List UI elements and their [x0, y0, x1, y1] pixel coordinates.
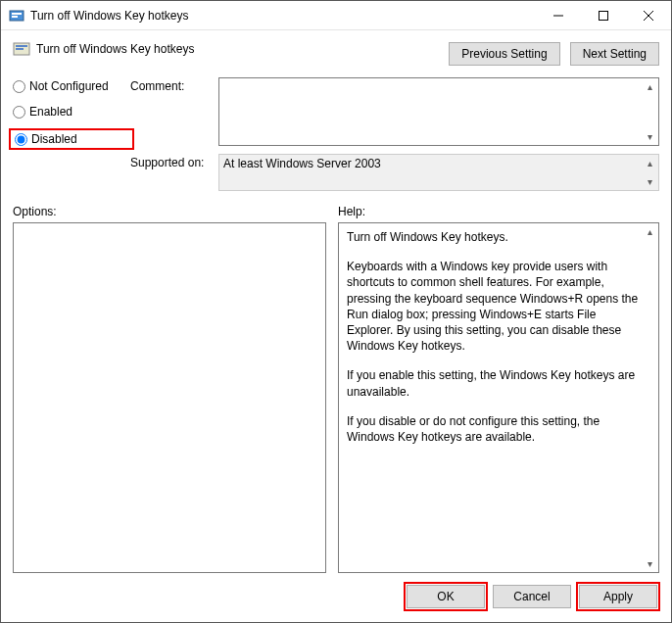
cancel-button[interactable]: Cancel — [493, 585, 571, 608]
help-paragraph: Keyboards with a Windows key provide use… — [347, 259, 639, 354]
settings-row: Not Configured Enabled Disabled Comment: — [13, 77, 659, 191]
supported-label: Supported on: — [130, 154, 218, 169]
maximize-button[interactable] — [581, 1, 626, 30]
help-label: Help: — [338, 205, 659, 218]
scroll-down-icon[interactable]: ▾ — [642, 555, 658, 572]
apply-button[interactable]: Apply — [579, 585, 657, 608]
comment-label: Comment: — [130, 77, 218, 93]
scroll-up-icon[interactable]: ▴ — [642, 78, 658, 95]
supported-value: At least Windows Server 2003 — [223, 157, 381, 170]
radio-not-configured-input[interactable] — [13, 80, 25, 93]
footer-buttons: OK Cancel Apply — [13, 581, 659, 612]
next-setting-button[interactable]: Next Setting — [570, 42, 659, 66]
radio-label: Disabled — [31, 132, 77, 146]
previous-setting-button[interactable]: Previous Setting — [449, 42, 559, 66]
header-row: Turn off Windows Key hotkeys Previous Se… — [13, 40, 659, 66]
panels-row: Options: Help: Turn off Windows Key hotk… — [13, 205, 659, 573]
radio-enabled[interactable]: Enabled — [13, 105, 130, 119]
scroll-down-icon[interactable]: ▾ — [642, 128, 658, 145]
svg-rect-2 — [12, 16, 18, 18]
radio-disabled[interactable]: Disabled — [15, 132, 128, 146]
titlebar: Turn off Windows Key hotkeys — [1, 1, 671, 30]
app-icon — [9, 8, 24, 24]
close-button[interactable] — [626, 1, 671, 30]
group-policy-dialog: Turn off Windows Key hotkeys Turn off Wi… — [0, 0, 672, 623]
options-label: Options: — [13, 205, 326, 218]
svg-rect-8 — [16, 45, 27, 47]
radio-label: Enabled — [29, 105, 72, 119]
ok-button[interactable]: OK — [407, 585, 485, 608]
help-paragraph: If you enable this setting, the Windows … — [347, 367, 639, 399]
radio-disabled-input[interactable] — [15, 133, 27, 146]
policy-icon — [13, 40, 30, 58]
help-paragraph: Turn off Windows Key hotkeys. — [347, 229, 639, 245]
options-panel — [13, 222, 326, 573]
window-controls — [536, 1, 671, 30]
radio-not-configured[interactable]: Not Configured — [13, 79, 130, 93]
svg-rect-9 — [16, 48, 24, 50]
radio-enabled-input[interactable] — [13, 106, 25, 119]
radio-group: Not Configured Enabled Disabled — [13, 77, 130, 191]
policy-title: Turn off Windows Key hotkeys — [36, 42, 194, 56]
scroll-up-icon[interactable]: ▴ — [642, 155, 658, 171]
scroll-up-icon[interactable]: ▴ — [642, 223, 658, 240]
svg-rect-1 — [12, 13, 22, 15]
supported-on-box: At least Windows Server 2003 ▴ ▾ — [218, 154, 659, 191]
radio-label: Not Configured — [29, 79, 109, 93]
window-title: Turn off Windows Key hotkeys — [30, 9, 536, 23]
help-panel: Turn off Windows Key hotkeys. Keyboards … — [338, 222, 659, 573]
minimize-button[interactable] — [536, 1, 581, 30]
scroll-down-icon[interactable]: ▾ — [642, 173, 658, 190]
content-area: Turn off Windows Key hotkeys Previous Se… — [1, 30, 671, 622]
svg-rect-4 — [600, 11, 608, 20]
help-text: Turn off Windows Key hotkeys. Keyboards … — [347, 229, 639, 445]
comment-textarea[interactable]: ▴ ▾ — [218, 77, 659, 146]
help-paragraph: If you disable or do not configure this … — [347, 413, 639, 445]
